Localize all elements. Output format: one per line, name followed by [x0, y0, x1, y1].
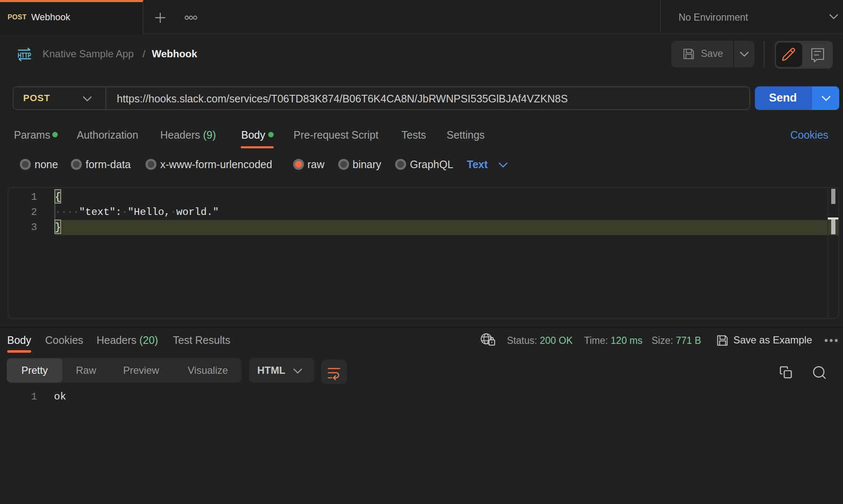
svg-text:HTTP: HTTP [18, 52, 31, 59]
